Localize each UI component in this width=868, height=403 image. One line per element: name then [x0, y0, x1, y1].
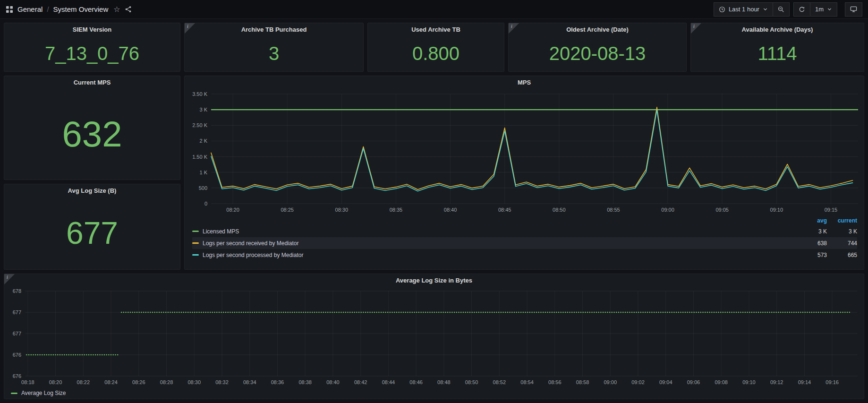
svg-text:09:10: 09:10 — [742, 379, 756, 385]
middle-row: Current MPS 632 Avg Log Size (B) 677 MPS… — [4, 76, 864, 270]
svg-text:09:16: 09:16 — [825, 379, 839, 385]
refresh-interval-button[interactable]: 1m — [810, 2, 837, 17]
panel-title[interactable]: Average Log Size in Bytes — [4, 274, 864, 286]
panel-oldest-archive-date: i Oldest Archive (Date) 2020-08-13 — [508, 23, 687, 72]
svg-text:08:26: 08:26 — [132, 379, 145, 385]
svg-text:08:48: 08:48 — [437, 379, 451, 385]
share-icon[interactable] — [125, 6, 132, 13]
star-icon[interactable]: ☆ — [113, 5, 120, 14]
legend-column-header[interactable]: current — [827, 217, 857, 224]
svg-text:08:52: 08:52 — [493, 379, 506, 385]
panel-info-icon[interactable]: i — [509, 23, 519, 34]
svg-text:1.50 K: 1.50 K — [192, 154, 207, 160]
svg-text:08:55: 08:55 — [607, 207, 620, 213]
panel-title[interactable]: MPS — [185, 76, 864, 88]
stat-value: 632 — [4, 88, 180, 180]
svg-text:677: 677 — [13, 309, 21, 315]
svg-text:09:14: 09:14 — [798, 379, 811, 385]
svg-text:08:38: 08:38 — [298, 379, 312, 385]
dashboards-grid-icon[interactable] — [6, 6, 13, 13]
svg-text:08:34: 08:34 — [243, 379, 256, 385]
svg-text:3.50 K: 3.50 K — [192, 91, 207, 97]
stat-value: 677 — [4, 197, 180, 269]
panel-title[interactable]: SIEM Version — [4, 23, 180, 35]
svg-text:500: 500 — [199, 185, 207, 191]
legend-value-avg: 573 — [797, 252, 827, 258]
time-range-label: Last 1 hour — [729, 6, 759, 13]
svg-text:08:42: 08:42 — [354, 379, 367, 385]
bottom-row: i Average Log Size in Bytes 08:1808:2008… — [4, 274, 864, 399]
mps-chart-canvas[interactable]: 08:2008:2508:3008:3508:4008:4508:5008:55… — [185, 88, 864, 215]
panel-title[interactable]: Used Archive TB — [368, 23, 504, 35]
refresh-group: 1m — [793, 2, 837, 17]
svg-text:2 K: 2 K — [199, 138, 207, 144]
svg-text:08:54: 08:54 — [520, 379, 534, 385]
panel-average-log-size-chart: i Average Log Size in Bytes 08:1808:2008… — [4, 274, 864, 399]
panel-info-icon[interactable]: i — [4, 274, 15, 284]
series-color-swatch — [192, 231, 199, 232]
info-glyph: i — [511, 24, 512, 29]
time-range-button[interactable]: Last 1 hour — [714, 2, 773, 17]
legend-value-avg: 638 — [797, 240, 827, 247]
svg-text:09:08: 09:08 — [715, 379, 728, 385]
series-color-swatch — [11, 393, 17, 394]
legend-value-current: 744 — [827, 240, 857, 247]
info-glyph: i — [187, 24, 188, 29]
svg-text:09:05: 09:05 — [715, 207, 729, 213]
svg-text:3 K: 3 K — [199, 107, 207, 112]
svg-text:09:02: 09:02 — [631, 379, 645, 385]
svg-text:08:28: 08:28 — [160, 379, 173, 385]
avg-log-size-chart-canvas[interactable]: 08:1808:2008:2208:2408:2608:2808:3008:32… — [4, 286, 864, 387]
refresh-button[interactable] — [793, 2, 810, 17]
legend-series-label[interactable]: Logs per second received by Mediator — [203, 240, 298, 247]
svg-text:08:24: 08:24 — [104, 379, 118, 385]
svg-text:08:50: 08:50 — [553, 207, 566, 213]
svg-text:08:58: 08:58 — [576, 379, 589, 385]
panel-title[interactable]: Oldest Archive (Date) — [509, 23, 686, 35]
avg-log-size-legend: Average Log Size — [4, 387, 864, 399]
svg-text:09:04: 09:04 — [659, 379, 672, 385]
stat-value: 2020-08-13 — [509, 35, 686, 71]
svg-text:08:30: 08:30 — [335, 207, 349, 213]
svg-text:09:06: 09:06 — [687, 379, 700, 385]
legend-series-label[interactable]: Logs per second processed by Mediator — [203, 252, 303, 258]
svg-text:08:25: 08:25 — [281, 207, 294, 213]
chevron-down-icon — [827, 7, 832, 12]
stat-row: SIEM Version 7_13_0_76 i Archive TB Purc… — [4, 23, 864, 72]
legend-series-label[interactable]: Licensed MPS — [203, 228, 239, 235]
legend-series-label[interactable]: Average Log Size — [21, 390, 66, 396]
monitor-icon — [850, 6, 857, 13]
stat-value: 0.800 — [368, 35, 504, 71]
svg-text:08:18: 08:18 — [21, 379, 34, 385]
breadcrumb: General / System Overview ☆ — [6, 5, 132, 14]
time-picker-group: Last 1 hour — [714, 2, 790, 17]
topbar: General / System Overview ☆ Last 1 hour — [0, 0, 868, 19]
zoom-out-button[interactable] — [773, 2, 790, 17]
legend-row: Logs per second received by Mediator6387… — [192, 237, 857, 249]
legend-header-row: avgcurrent — [192, 216, 857, 225]
svg-text:08:22: 08:22 — [77, 379, 90, 385]
svg-text:08:30: 08:30 — [188, 379, 201, 385]
panel-info-icon[interactable]: i — [185, 23, 195, 34]
svg-text:2.50 K: 2.50 K — [192, 122, 207, 128]
refresh-interval-label: 1m — [815, 6, 824, 13]
series-color-swatch — [192, 242, 199, 244]
panel-title[interactable]: Current MPS — [4, 76, 180, 88]
legend-value-current: 3 K — [827, 228, 857, 235]
panel-title[interactable]: Archive TB Purchased — [185, 23, 363, 35]
panel-info-icon[interactable]: i — [691, 23, 701, 34]
chevron-down-icon — [763, 7, 768, 12]
breadcrumb-folder[interactable]: General — [17, 5, 43, 13]
svg-text:09:12: 09:12 — [770, 379, 783, 385]
svg-text:08:20: 08:20 — [49, 379, 62, 385]
panel-title[interactable]: Avg Log Size (B) — [4, 184, 180, 197]
svg-text:08:32: 08:32 — [215, 379, 229, 385]
svg-text:08:50: 08:50 — [465, 379, 478, 385]
clock-icon — [719, 6, 725, 13]
mps-legend: avgcurrentLicensed MPS3 K3 KLogs per sec… — [185, 215, 864, 269]
panel-title[interactable]: Available Archive (Days) — [691, 23, 864, 35]
svg-text:0: 0 — [204, 201, 207, 206]
legend-column-header[interactable]: avg — [797, 217, 827, 224]
kiosk-mode-button[interactable] — [845, 2, 862, 17]
stat-column: Current MPS 632 Avg Log Size (B) 677 — [4, 76, 180, 270]
